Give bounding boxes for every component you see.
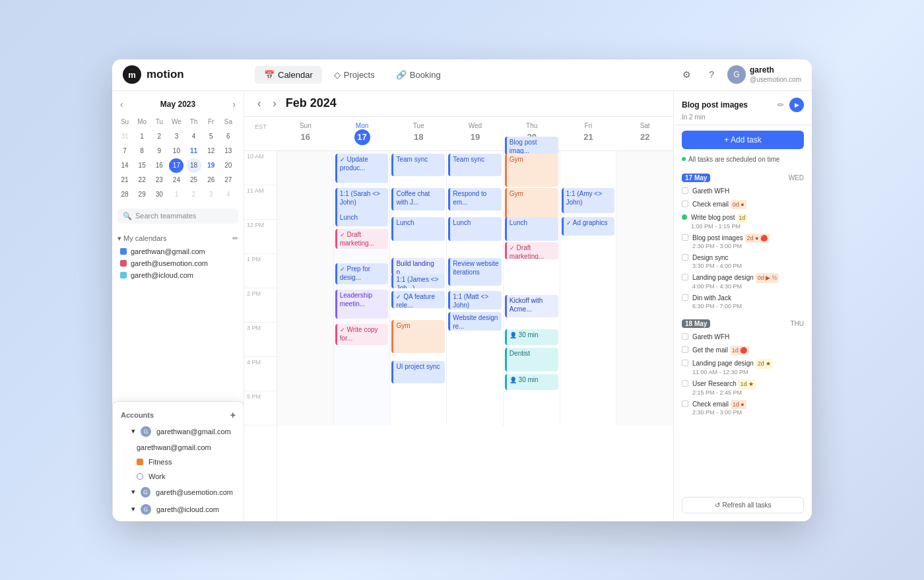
mini-cal-cell[interactable]: 2 (187, 187, 201, 202)
mini-cal-cell[interactable]: 3 (204, 187, 218, 202)
event-respond-email[interactable]: Respond to em... (448, 188, 502, 210)
refresh-all-tasks-button[interactable]: ↺ Refresh all tasks (682, 497, 804, 513)
task-checkbox[interactable] (682, 187, 688, 194)
event-write-copy[interactable]: ✓ Write copy for... (335, 324, 389, 345)
task-checkbox[interactable] (682, 254, 688, 261)
event-leadership[interactable]: Leadership meetin... (335, 290, 389, 319)
task-checkbox[interactable] (682, 333, 688, 340)
task-checkbox[interactable] (682, 274, 688, 280)
task-checkbox[interactable] (682, 380, 688, 387)
mini-cal-cell[interactable]: 27 (221, 173, 236, 187)
event-dentist[interactable]: Dentist (505, 348, 558, 371)
event-qa-feature[interactable]: ✓ QA feature rele... (391, 291, 445, 308)
mini-cal-cell[interactable]: 5 (204, 129, 218, 144)
mini-cal-cell[interactable]: 31 (117, 129, 132, 144)
mini-cal-cell[interactable]: 7 (117, 144, 132, 158)
mini-cal-cell[interactable]: 22 (135, 173, 149, 187)
event-blog-post-img[interactable]: Blog post imag... (505, 137, 558, 155)
event-30min-2[interactable]: 👤 30 min (505, 374, 558, 390)
mini-cal-cell[interactable]: 15 (135, 158, 149, 173)
event-update-produc[interactable]: ✓ Update produc... (335, 154, 389, 183)
mini-cal-cell[interactable]: 6 (221, 129, 236, 144)
task-gareth-wfh-18[interactable]: Gareth WFH (674, 331, 812, 344)
task-checkbox[interactable] (682, 360, 688, 366)
mini-cal-cell[interactable]: 13 (221, 144, 236, 158)
task-check-email-18[interactable]: Check email 1d ● 2:30 PM - 3:00 PM (674, 398, 812, 418)
play-task-button[interactable]: ▶ (789, 98, 804, 112)
mini-cal-cell[interactable]: 1 (135, 129, 149, 144)
event-prep-design[interactable]: ✓ Prep for desig... (335, 263, 389, 284)
event-30min-1[interactable]: 👤 30 min (505, 329, 558, 345)
calendar-item-motion[interactable]: gareth@usemotion.com (117, 257, 238, 269)
event-ui-sync[interactable]: UI project sync (391, 361, 445, 383)
mini-cal-cell[interactable]: 28 (117, 187, 132, 202)
mini-cal-cell[interactable]: 29 (135, 187, 149, 202)
mini-cal-cell[interactable]: 3 (169, 129, 183, 144)
mini-cal-cell[interactable]: 12 (204, 144, 218, 158)
mini-cal-cell[interactable]: 10 (169, 144, 183, 158)
task-get-mail-18[interactable]: Get the mail 1d 🔴 (674, 344, 812, 358)
task-din-jack-17[interactable]: Din with Jack 6:30 PM - 7:00 PM (674, 292, 812, 311)
mini-cal-cell[interactable]: 25 (187, 173, 201, 187)
calendar-fitness[interactable]: Fitness (116, 455, 241, 469)
mini-cal-prev[interactable]: ‹ (117, 98, 126, 111)
event-11-matt[interactable]: 1:1 (Matt <> John) (448, 291, 502, 309)
mini-cal-cell[interactable]: 9 (152, 144, 166, 158)
event-ad-graphics[interactable]: ✓ Ad graphics (562, 217, 615, 236)
event-coffee-chat[interactable]: Coffee chat with J... (391, 188, 445, 210)
event-11-james[interactable]: 1:1 (James <> Joh...) (391, 274, 445, 288)
task-checkbox[interactable] (682, 346, 688, 353)
mini-cal-cell[interactable]: 24 (169, 173, 183, 187)
calendar-item-gmail[interactable]: garethwan@gmail.com (117, 245, 238, 257)
tab-booking[interactable]: 🔗 Booking (387, 66, 450, 84)
edit-calendars-icon[interactable]: ✏ (232, 234, 238, 243)
task-checkbox[interactable] (682, 294, 688, 301)
event-website-design[interactable]: Website design re... (448, 312, 502, 331)
tab-projects[interactable]: ◇ Projects (325, 66, 384, 84)
event-team-sync-tue[interactable]: Team sync (391, 154, 445, 176)
mini-cal-cell[interactable]: 26 (204, 173, 218, 187)
event-gym-thu1[interactable]: Gym (505, 154, 558, 187)
mini-cal-cell[interactable]: 14 (117, 158, 132, 173)
task-checkbox[interactable] (682, 401, 688, 407)
mini-cal-cell[interactable]: 8 (135, 144, 149, 158)
task-check-email-17[interactable]: Check email 0d ● (674, 198, 812, 212)
mini-cal-cell[interactable]: 1 (169, 187, 183, 202)
cal-prev-button[interactable]: ‹ (255, 96, 263, 111)
event-kickoff-acme[interactable]: Kickoff with Acme... (505, 295, 558, 317)
edit-task-button[interactable]: ✏ (777, 100, 784, 110)
mini-cal-cell[interactable]: 2 (152, 129, 166, 144)
account-sub-gmail[interactable]: garethwan@gmail.com (116, 440, 241, 455)
tab-calendar[interactable]: 📅 Calendar (255, 66, 322, 84)
event-team-sync-wed[interactable]: Team sync (448, 154, 502, 176)
calendar-work[interactable]: Work (116, 469, 241, 484)
event-review-website[interactable]: Review website iterations (448, 258, 502, 286)
help-button[interactable]: ? (702, 65, 721, 84)
event-draft-mktg-thu[interactable]: ✓ Draft marketing... (505, 242, 558, 259)
task-checkbox[interactable] (682, 234, 688, 241)
account-expand-gmail[interactable]: ▾ G garethwan@gmail.com (116, 423, 241, 440)
cal-next-button[interactable]: › (270, 96, 279, 111)
task-gareth-wfh-17[interactable]: Gareth WFH (674, 185, 812, 198)
event-lunch-tue[interactable]: Lunch (391, 217, 445, 241)
mini-cal-cell-today[interactable]: 17 (169, 158, 183, 173)
mini-cal-cell[interactable]: 21 (117, 173, 132, 187)
task-landing-page-18[interactable]: Landing page design 2d ★ 11:00 AM - 12:3… (674, 357, 812, 377)
mini-cal-cell[interactable]: 18 (187, 158, 201, 173)
mini-cal-cell[interactable]: 11 (187, 144, 201, 158)
add-account-button[interactable]: + (230, 410, 236, 420)
event-gym-thu2[interactable]: Gym (505, 188, 558, 218)
add-task-button[interactable]: + Add task (682, 131, 804, 149)
mini-cal-cell[interactable]: 4 (221, 187, 236, 202)
account-icloud[interactable]: ▾ G gareth@icloud.com (116, 501, 241, 518)
task-landing-page-17[interactable]: Landing page design 0d ▶ ½ 4:00 PM - 4:3… (674, 271, 812, 292)
event-lunch-mon[interactable]: Lunch (335, 212, 389, 226)
event-lunch-wed[interactable]: Lunch (448, 217, 502, 241)
user-menu[interactable]: G gareth @usemotion.com (727, 65, 801, 84)
task-design-sync-17[interactable]: Design sync 3:30 PM - 4:00 PM (674, 251, 812, 271)
mini-cal-cell[interactable]: 4 (187, 129, 201, 144)
search-box[interactable]: 🔍 Search teammates (117, 209, 238, 224)
mini-cal-next[interactable]: › (230, 98, 238, 111)
event-draft-marketing[interactable]: ✓ Draft marketing... (335, 229, 389, 249)
event-build-landing[interactable]: Build landing p... (391, 258, 445, 275)
